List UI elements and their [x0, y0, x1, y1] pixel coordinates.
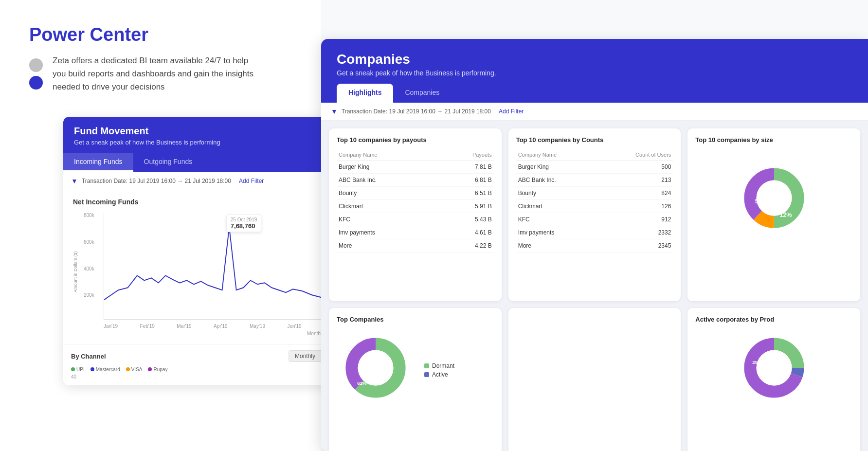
- table-row: Clickmart126: [516, 200, 673, 213]
- donut-label-25pct: 25%: [752, 360, 762, 365]
- filter-icon[interactable]: ▼: [71, 177, 78, 185]
- counts-table: Company Name Count of Users Burger King5…: [516, 149, 673, 253]
- fund-card-title: Fund Movement: [74, 126, 325, 137]
- table-row: Burger King500: [516, 161, 673, 174]
- companies-filter-bar: ▼ Transaction Date: 19 Jul 2019 16:00 → …: [321, 103, 868, 121]
- col-count-users: Count of Users: [597, 149, 673, 161]
- top-companies-legend: Dormant Active: [424, 362, 454, 378]
- card-top-companies: Top Companies 62% 38% Dormant: [329, 308, 502, 451]
- fund-card-body: Net Incoming Funds Amount in Dollars ($)…: [63, 190, 336, 344]
- card-top10-payouts-title: Top 10 companies by payouts: [337, 136, 494, 144]
- companies-subtitle: Get a sneak peak of how the Business is …: [337, 69, 852, 77]
- donut-label-62: 62%: [357, 380, 367, 386]
- left-panel: Power Center Zeta offers a dedicated BI …: [0, 0, 321, 451]
- legend: UPI Mastercard VISA Rupay: [71, 367, 328, 372]
- col-company-name: Company Name: [337, 149, 438, 161]
- table-row: More4.22 B: [337, 239, 494, 253]
- col-company-name2: Company Name: [516, 149, 597, 161]
- by-channel-header: By Channel Monthly Weekly Daily: [71, 350, 328, 362]
- bar-y-label: 40: [71, 374, 328, 379]
- companies-add-filter-button[interactable]: Add Filter: [499, 108, 524, 115]
- top-companies-donut-svg: 62% 38%: [342, 334, 410, 402]
- col-payouts: Payouts: [438, 149, 494, 161]
- chart-area: 200k 400k 600k 800k 25 Oct 2019 7,68,760: [104, 213, 326, 320]
- fund-filter-bar: ▼ Transaction Date: 19 Jul 2019 16:00 → …: [63, 172, 336, 190]
- tab-companies[interactable]: Companies: [393, 84, 451, 103]
- companies-tabs: Highlights Companies: [337, 84, 852, 103]
- toggles: [29, 58, 43, 90]
- card-top10-size-title: Top 10 companies by size: [695, 136, 852, 144]
- donut-label-12pct: 12%: [779, 212, 792, 218]
- table-row: KFC912: [516, 213, 673, 226]
- table-row: KFC5.43 B: [337, 213, 494, 226]
- toggle-dot-blue[interactable]: [29, 76, 43, 90]
- companies-title: Companies: [337, 52, 852, 67]
- monthly-label: Monthly: [73, 331, 324, 336]
- chart-x-labels: Jan'19 Feb'19 Mar'19 Apr'19 May'19 Jun'1…: [104, 324, 326, 329]
- tooltip-value: 7,68,760: [231, 222, 257, 230]
- top-companies-donut-container: 62% 38%: [337, 329, 415, 407]
- page-title: Power Center: [29, 24, 292, 45]
- donut-label-38: 38%: [379, 353, 388, 358]
- table-row: ABC Bank Inc.6.81 B: [337, 174, 494, 187]
- table-row: Bounty6.51 B: [337, 187, 494, 200]
- table-row: Imv payments4.61 B: [337, 226, 494, 239]
- card-active-corp: Active corporates by Prod 25%: [687, 308, 860, 451]
- card-top10-size: Top 10 companies by size 5 50% 1 12%: [687, 128, 860, 301]
- active-corp-donut-svg: 25%: [740, 334, 808, 402]
- table-row: More2345: [516, 239, 673, 253]
- legend-active: Active: [424, 371, 454, 378]
- table-row: Bounty824: [516, 187, 673, 200]
- size-donut-svg: 5 50% 1 12%: [740, 164, 808, 232]
- size-donut-container: 5 50% 1 12%: [695, 149, 852, 247]
- by-channel-card: By Channel Monthly Weekly Daily UPI Mast…: [63, 344, 336, 385]
- filter-text: Transaction Date: 19 Jul 2019 16:00 → 21…: [82, 178, 231, 184]
- fund-tabs: Incoming Funds Outgoing Funds: [63, 153, 336, 172]
- companies-content: Top 10 companies by payouts Company Name…: [321, 121, 868, 451]
- line-chart-svg: [104, 213, 326, 319]
- svg-point-10: [756, 350, 792, 386]
- card-top10-counts: Top 10 companies by Counts Company Name …: [508, 128, 681, 301]
- fund-movement-card: Fund Movement Get a sneak peak of how th…: [63, 117, 336, 385]
- toggle-group: Zeta offers a dedicated BI team availabl…: [29, 54, 292, 94]
- active-corp-donut-container: 25%: [695, 329, 852, 407]
- card-top-companies-title: Top Companies: [337, 316, 494, 323]
- fund-card-subtitle: Get a sneak peak of how the Business is …: [74, 139, 325, 146]
- card-placeholder: [508, 308, 681, 451]
- companies-filter-icon[interactable]: ▼: [331, 108, 338, 115]
- legend-visa: VISA: [126, 367, 143, 372]
- companies-header: Companies Get a sneak peak of how the Bu…: [321, 39, 868, 103]
- card-top10-payouts: Top 10 companies by payouts Company Name…: [329, 128, 502, 301]
- table-row: Clickmart5.91 B: [337, 200, 494, 213]
- tab-outgoing-funds[interactable]: Outgoing Funds: [133, 153, 203, 172]
- legend-dormant: Dormant: [424, 362, 454, 369]
- add-filter-button[interactable]: Add Filter: [239, 178, 264, 184]
- tab-highlights[interactable]: Highlights: [337, 84, 393, 103]
- companies-dashboard: Companies Get a sneak peak of how the Bu…: [321, 39, 868, 451]
- description: Zeta offers a dedicated BI team availabl…: [53, 54, 257, 94]
- fund-card-header: Fund Movement Get a sneak peak of how th…: [63, 117, 336, 153]
- toggle-dot-gray[interactable]: [29, 58, 43, 72]
- chart-title: Net Incoming Funds: [73, 198, 326, 206]
- tab-incoming-funds[interactable]: Incoming Funds: [63, 153, 133, 172]
- companies-filter-text: Transaction Date: 19 Jul 2019 16:00 → 21…: [342, 108, 491, 115]
- payouts-table: Company Name Payouts Burger King7.81 B A…: [337, 149, 494, 253]
- card-top10-counts-title: Top 10 companies by Counts: [516, 136, 673, 144]
- legend-upi: UPI: [71, 367, 85, 372]
- table-row: Burger King7.81 B: [337, 161, 494, 174]
- table-row: Imv payments2332: [516, 226, 673, 239]
- legend-rupay: Rupay: [148, 367, 167, 372]
- legend-mastercard: Mastercard: [90, 367, 120, 372]
- by-channel-title: By Channel: [71, 353, 106, 360]
- y-axis-label: Amount in Dollars ($): [73, 213, 80, 331]
- donut-label-50pct: 50%: [755, 198, 767, 205]
- card-active-corp-title: Active corporates by Prod: [695, 316, 852, 323]
- chart-tooltip: 25 Oct 2019 7,68,760: [226, 215, 261, 232]
- table-row: ABC Bank Inc.213: [516, 174, 673, 187]
- tooltip-date: 25 Oct 2019: [231, 217, 257, 222]
- chart-y-labels: 200k 400k 600k 800k: [84, 213, 94, 319]
